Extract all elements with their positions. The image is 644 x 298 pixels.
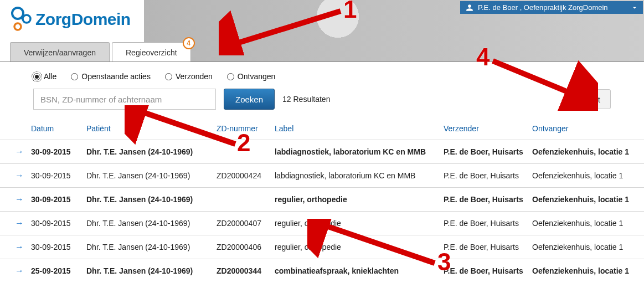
cell-zd: ZD20000424: [213, 164, 271, 188]
user-icon: [466, 4, 473, 12]
table-row[interactable]: →30-09-2015Dhr. T.E. Jansen (24-10-1969)…: [0, 212, 644, 235]
cell-sender: P.E. de Boer, Huisarts: [440, 212, 529, 235]
arrow-right-icon: →: [0, 235, 28, 259]
tab-badge: 4: [183, 37, 195, 49]
radio-label: Openstaande acties: [81, 72, 151, 81]
radio-label: Ontvangen: [238, 72, 276, 81]
radio-dot-icon: [227, 73, 234, 80]
cell-receiver: Oefenziekenhuis, locatie 1: [529, 259, 644, 283]
cell-sender: P.E. de Boer, Huisarts: [440, 188, 529, 212]
table-row[interactable]: →25-09-2015Dhr. T.E. Jansen (24-10-1969)…: [0, 259, 644, 283]
cell-patient: Dhr. T.E. Jansen (24-10-1969): [83, 188, 213, 212]
tab-regieoverzicht[interactable]: Regieoverzicht 4: [112, 42, 191, 61]
cell-receiver: Oefenziekenhuis, locatie 1: [529, 140, 644, 164]
cell-sender: P.E. de Boer, Huisarts: [440, 259, 529, 283]
radio-label: Alle: [44, 72, 56, 81]
radio-alle[interactable]: Alle: [33, 72, 56, 81]
tabs: Verwijzen/aanvragen Regieoverzicht 4: [10, 42, 193, 61]
table-row[interactable]: →30-09-2015Dhr. T.E. Jansen (24-10-1969)…: [0, 235, 644, 259]
filter-row: Alle Openstaande acties Verzonden Ontvan…: [0, 62, 644, 85]
col-sender[interactable]: Verzender: [440, 117, 529, 140]
table-header-row: Datum Patiënt ZD-nummer Label Verzender …: [0, 117, 644, 140]
cell-receiver: Oefenziekenhuis, locatie 1: [529, 164, 644, 188]
cell-patient: Dhr. T.E. Jansen (24-10-1969): [83, 235, 213, 259]
cell-sender: P.E. de Boer, Huisarts: [440, 235, 529, 259]
cell-zd: ZD20000407: [213, 212, 271, 235]
header-banner: ZorgDomein P.E. de Boer , Oefenpraktijk …: [0, 0, 644, 62]
arrow-right-icon: →: [0, 164, 28, 188]
cell-date: 25-09-2015: [28, 259, 83, 283]
export-button[interactable]: Export: [566, 89, 611, 109]
svg-point-2: [14, 23, 21, 30]
logo-icon: [10, 7, 33, 32]
cell-date: 30-09-2015: [28, 164, 83, 188]
cell-patient: Dhr. T.E. Jansen (24-10-1969): [83, 259, 213, 283]
radio-dot-icon: [165, 73, 172, 80]
cell-date: 30-09-2015: [28, 212, 83, 235]
cell-receiver: Oefenziekenhuis, locatie 1: [529, 235, 644, 259]
chevron-down-icon: [631, 4, 638, 12]
cell-zd: [213, 188, 271, 212]
search-input[interactable]: [33, 89, 216, 110]
cell-sender: P.E. de Boer, Huisarts: [440, 164, 529, 188]
cell-zd: ZD20000344: [213, 259, 271, 283]
results-count: 12 Resultaten: [282, 95, 330, 104]
search-row: Zoeken 12 Resultaten Export: [0, 85, 644, 117]
tab-label: Regieoverzicht: [126, 48, 177, 57]
user-name: P.E. de Boer , Oefenpraktijk ZorgDomein: [478, 3, 626, 12]
table-row[interactable]: →30-09-2015Dhr. T.E. Jansen (24-10-1969)…: [0, 140, 644, 164]
cell-sender: P.E. de Boer, Huisarts: [440, 140, 529, 164]
cell-date: 30-09-2015: [28, 140, 83, 164]
cell-receiver: Oefenziekenhuis, locatie 1: [529, 188, 644, 212]
cell-zd: ZD20000406: [213, 235, 271, 259]
logo[interactable]: ZorgDomein: [10, 7, 131, 32]
results-table: Datum Patiënt ZD-nummer Label Verzender …: [0, 117, 644, 282]
cell-label: regulier, orthopedie: [271, 212, 440, 235]
cell-label: labdiagnostiek, laboratorium KC en MMB: [271, 164, 440, 188]
cell-patient: Dhr. T.E. Jansen (24-10-1969): [83, 212, 213, 235]
radio-ontvangen[interactable]: Ontvangen: [227, 72, 276, 81]
cell-patient: Dhr. T.E. Jansen (24-10-1969): [83, 140, 213, 164]
user-menu[interactable]: P.E. de Boer , Oefenpraktijk ZorgDomein: [460, 1, 643, 14]
table-row[interactable]: →30-09-2015Dhr. T.E. Jansen (24-10-1969)…: [0, 188, 644, 212]
table-row[interactable]: →30-09-2015Dhr. T.E. Jansen (24-10-1969)…: [0, 164, 644, 188]
cell-patient: Dhr. T.E. Jansen (24-10-1969): [83, 164, 213, 188]
radio-label: Verzonden: [176, 72, 213, 81]
col-receiver[interactable]: Ontvanger: [529, 117, 644, 140]
arrow-right-icon: →: [0, 188, 28, 212]
col-label[interactable]: Label: [271, 117, 440, 140]
arrow-right-icon: →: [0, 259, 28, 283]
cell-label: labdiagnostiek, laboratorium KC en MMB: [271, 140, 440, 164]
col-patient[interactable]: Patiënt: [83, 117, 213, 140]
cell-date: 30-09-2015: [28, 235, 83, 259]
radio-dot-icon: [33, 73, 40, 80]
svg-point-1: [23, 15, 30, 23]
cell-receiver: Oefenziekenhuis, locatie 1: [529, 212, 644, 235]
col-datum[interactable]: Datum: [28, 117, 83, 140]
tab-verwijzen[interactable]: Verwijzen/aanvragen: [10, 42, 110, 61]
cell-label: regulier, orthopedie: [271, 188, 440, 212]
arrow-right-icon: →: [0, 212, 28, 235]
cell-label: combinatieafspraak, knieklachten: [271, 259, 440, 283]
radio-verzonden[interactable]: Verzonden: [165, 72, 213, 81]
radio-openstaande[interactable]: Openstaande acties: [71, 72, 151, 81]
radio-dot-icon: [71, 73, 78, 80]
cell-date: 30-09-2015: [28, 188, 83, 212]
col-zd[interactable]: ZD-nummer: [213, 117, 271, 140]
search-button[interactable]: Zoeken: [224, 89, 275, 110]
arrow-right-icon: →: [0, 140, 28, 164]
cell-label: regulier, orthopedie: [271, 235, 440, 259]
cell-zd: [213, 140, 271, 164]
tab-label: Verwijzen/aanvragen: [24, 48, 96, 57]
logo-text: ZorgDomein: [35, 10, 131, 29]
